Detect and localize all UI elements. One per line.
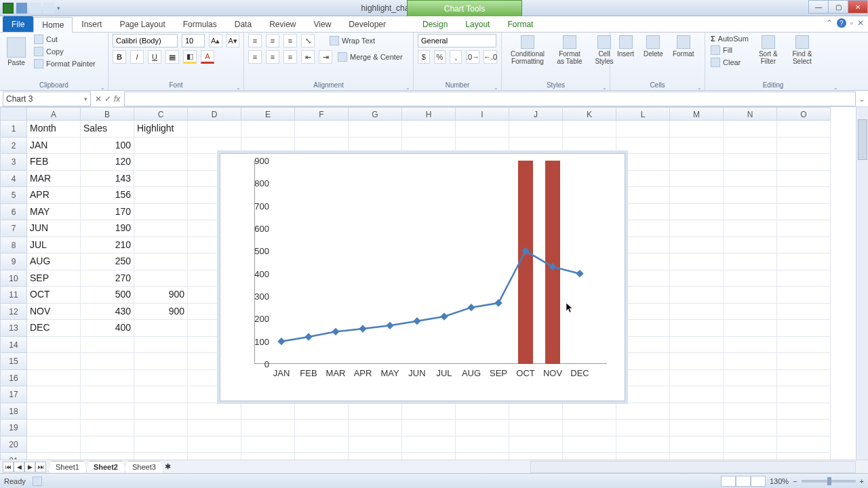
- fill-button[interactable]: Fill: [709, 45, 750, 56]
- sheet-nav-first-icon[interactable]: ⏮: [3, 462, 14, 472]
- row-header-19[interactable]: 19: [0, 420, 27, 436]
- col-header-E[interactable]: E: [241, 107, 295, 121]
- currency-icon[interactable]: $: [418, 50, 430, 64]
- clear-button[interactable]: Clear: [709, 57, 750, 68]
- row-header-5[interactable]: 5: [0, 187, 27, 204]
- cell[interactable]: FEB: [27, 154, 81, 171]
- font-color-button[interactable]: A: [201, 50, 214, 64]
- minimize-ribbon-icon[interactable]: ⌃: [826, 18, 833, 28]
- cell[interactable]: [563, 403, 616, 420]
- cell[interactable]: [670, 403, 724, 420]
- cell[interactable]: [188, 436, 241, 453]
- cell[interactable]: [670, 353, 724, 370]
- cell[interactable]: [777, 187, 831, 204]
- cell[interactable]: [81, 337, 134, 354]
- col-header-M[interactable]: M: [670, 107, 724, 121]
- cell[interactable]: 900: [134, 287, 188, 304]
- cell[interactable]: [563, 436, 616, 453]
- workbook-restore-icon[interactable]: ▫: [850, 18, 853, 28]
- cell[interactable]: [777, 237, 831, 254]
- col-header-I[interactable]: I: [456, 107, 509, 121]
- cell[interactable]: [777, 403, 831, 420]
- zoom-out-icon[interactable]: −: [793, 477, 797, 485]
- tab-formulas[interactable]: Formulas: [174, 16, 226, 32]
- col-header-L[interactable]: L: [616, 107, 670, 121]
- cell[interactable]: [670, 121, 724, 138]
- vertical-scrollbar[interactable]: [856, 107, 868, 460]
- cell[interactable]: [724, 337, 777, 354]
- cell[interactable]: [134, 171, 188, 188]
- cell[interactable]: 210: [81, 237, 134, 254]
- cell[interactable]: [670, 337, 724, 354]
- name-box[interactable]: Chart 3▾: [3, 92, 91, 106]
- wrap-text-button[interactable]: Wrap Text: [328, 35, 376, 46]
- cell[interactable]: [27, 436, 81, 453]
- cell[interactable]: [295, 403, 349, 420]
- cell[interactable]: [134, 187, 188, 204]
- cell[interactable]: 156: [81, 187, 134, 204]
- undo-icon[interactable]: [30, 3, 41, 14]
- cell[interactable]: [670, 420, 724, 436]
- cell[interactable]: [724, 386, 777, 403]
- row-header-7[interactable]: 7: [0, 220, 27, 237]
- align-right-icon[interactable]: ≡: [283, 50, 297, 64]
- col-header-G[interactable]: G: [349, 107, 402, 121]
- cell[interactable]: 170: [81, 204, 134, 221]
- cell[interactable]: 900: [134, 304, 188, 321]
- tab-chart-format[interactable]: Format: [498, 16, 542, 32]
- cell[interactable]: [509, 403, 563, 420]
- cell[interactable]: [456, 436, 509, 453]
- tab-chart-design[interactable]: Design: [414, 16, 456, 32]
- cell[interactable]: [563, 420, 616, 436]
- cell[interactable]: JUN: [27, 220, 81, 237]
- cell[interactable]: [670, 171, 724, 188]
- cell[interactable]: [670, 253, 724, 270]
- tab-review[interactable]: Review: [260, 16, 304, 32]
- expand-formula-bar-icon[interactable]: ⌄: [856, 94, 868, 104]
- cell[interactable]: [27, 337, 81, 354]
- maximize-button[interactable]: ▢: [828, 0, 848, 14]
- comma-icon[interactable]: ,: [450, 50, 462, 64]
- cell[interactable]: Sales: [81, 121, 134, 138]
- cell[interactable]: [670, 436, 724, 453]
- row-header-6[interactable]: 6: [0, 204, 27, 221]
- cell[interactable]: [27, 403, 81, 420]
- cell[interactable]: [509, 436, 563, 453]
- col-header-N[interactable]: N: [724, 107, 777, 121]
- cell[interactable]: [134, 320, 188, 337]
- cell[interactable]: [777, 138, 831, 155]
- col-header-F[interactable]: F: [295, 107, 349, 121]
- row-header-16[interactable]: 16: [0, 370, 27, 387]
- tab-file[interactable]: File: [3, 16, 33, 32]
- increase-font-icon[interactable]: A▴: [209, 34, 222, 47]
- cell[interactable]: [81, 436, 134, 453]
- italic-button[interactable]: I: [130, 50, 144, 64]
- cell[interactable]: [670, 220, 724, 237]
- underline-button[interactable]: U: [148, 50, 161, 64]
- cell[interactable]: [724, 121, 777, 138]
- cell[interactable]: [349, 420, 402, 436]
- cell[interactable]: [456, 121, 509, 138]
- increase-decimal-icon[interactable]: .0→: [466, 50, 479, 64]
- cell[interactable]: [777, 220, 831, 237]
- cell[interactable]: [188, 420, 241, 436]
- row-header-15[interactable]: 15: [0, 353, 27, 370]
- row-header-17[interactable]: 17: [0, 386, 27, 403]
- cell[interactable]: [349, 121, 402, 138]
- row-header-9[interactable]: 9: [0, 253, 27, 270]
- cell[interactable]: [670, 187, 724, 204]
- cell[interactable]: [134, 154, 188, 171]
- cell[interactable]: [509, 138, 563, 155]
- zoom-level[interactable]: 130%: [770, 477, 789, 485]
- cell[interactable]: [188, 121, 241, 138]
- cell[interactable]: [777, 171, 831, 188]
- cell[interactable]: [724, 436, 777, 453]
- tab-page-layout[interactable]: Page Layout: [111, 16, 174, 32]
- cell[interactable]: [241, 403, 295, 420]
- row-header-12[interactable]: 12: [0, 304, 27, 321]
- cell[interactable]: [724, 420, 777, 436]
- tab-insert[interactable]: Insert: [73, 16, 111, 32]
- cell[interactable]: [241, 436, 295, 453]
- cell[interactable]: [188, 138, 241, 155]
- cell[interactable]: [777, 270, 831, 287]
